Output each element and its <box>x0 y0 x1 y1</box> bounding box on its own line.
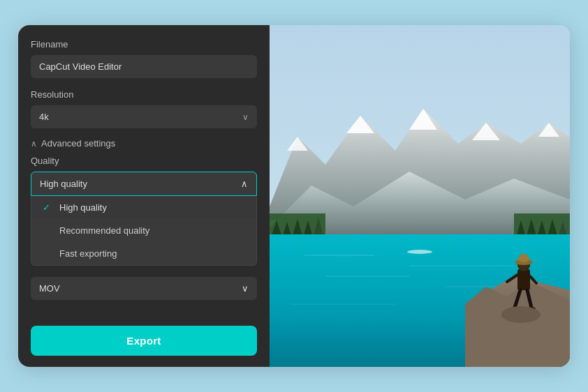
lake-scene-image <box>270 25 570 367</box>
quality-label: Quality <box>31 156 257 166</box>
quality-option-fast-label: Fast exporting <box>59 248 117 259</box>
app-window: Filename Resolution 4k ∨ ∧ Advanced sett… <box>18 25 570 367</box>
advanced-settings-label: Advanced settings <box>41 138 115 149</box>
quality-select[interactable]: High quality ∧ <box>31 172 257 196</box>
format-select[interactable]: MOV ∨ <box>31 277 257 300</box>
svg-point-32 <box>518 254 529 262</box>
svg-rect-29 <box>517 269 530 290</box>
preview-panel <box>270 25 570 367</box>
export-panel: Filename Resolution 4k ∨ ∧ Advanced sett… <box>18 25 270 367</box>
resolution-label: Resolution <box>31 89 257 100</box>
quality-option-fast[interactable]: ✓ Fast exporting <box>31 242 256 265</box>
advanced-settings-toggle[interactable]: ∧ Advanced settings <box>31 138 257 149</box>
export-button[interactable]: Export <box>31 326 257 356</box>
format-value: MOV <box>39 283 60 294</box>
resolution-value: 4k <box>39 112 49 122</box>
quality-selected-value: High quality <box>40 179 87 189</box>
format-chevron-down-icon: ∨ <box>242 283 249 294</box>
quality-dropdown-menu: ✓ High quality ✓ Recommended quality ✓ F… <box>31 196 257 266</box>
filename-input[interactable] <box>31 55 257 78</box>
check-icon: ✓ <box>43 202 54 213</box>
quality-option-high-label: High quality <box>59 202 107 213</box>
quality-option-high[interactable]: ✓ High quality <box>31 196 256 219</box>
quality-dropdown-wrapper: High quality ∧ ✓ High quality ✓ Recommen… <box>31 172 257 266</box>
resolution-select[interactable]: 4k ∨ <box>31 105 257 128</box>
svg-point-39 <box>501 306 541 323</box>
advanced-chevron-up-icon: ∧ <box>31 139 37 149</box>
quality-option-recommended-label: Recommended quality <box>59 225 149 236</box>
quality-chevron-up-icon: ∧ <box>241 179 248 189</box>
filename-label: Filename <box>31 39 257 50</box>
resolution-chevron-down-icon: ∨ <box>242 112 249 122</box>
quality-option-recommended[interactable]: ✓ Recommended quality <box>31 219 256 242</box>
svg-point-26 <box>407 250 432 254</box>
